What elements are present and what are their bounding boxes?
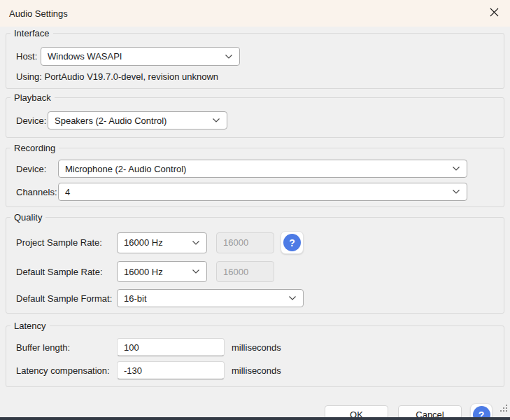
default-sample-rate-select[interactable]: 16000 Hz: [117, 261, 207, 282]
close-button[interactable]: [478, 0, 510, 27]
recording-device-select[interactable]: Microphone (2- Audio Control): [58, 160, 467, 178]
chevron-down-icon: [192, 240, 200, 246]
audio-settings-dialog: Audio Settings Interface Host: Windows W…: [0, 0, 510, 420]
playback-device-select[interactable]: Speakers (2- Audio Control): [48, 111, 227, 130]
quality-group-label: Quality: [10, 212, 45, 223]
host-selected-value: Windows WASAPI: [48, 51, 220, 62]
latency-compensation-unit: milliseconds: [232, 365, 281, 376]
portaudio-version-text: Using: PortAudio V19.7.0-devel, revision…: [10, 71, 495, 82]
latency-compensation-label: Latency compensation:: [10, 365, 117, 376]
host-label: Host:: [10, 51, 41, 62]
help-icon: ?: [283, 234, 301, 251]
help-icon: ?: [473, 406, 490, 420]
default-sample-rate-other-field: 16000: [216, 261, 274, 282]
default-sample-format-label: Default Sample Format:: [10, 293, 117, 304]
recording-channels-row: Channels: 4: [10, 183, 495, 201]
buffer-length-unit: milliseconds: [232, 342, 281, 353]
host-row: Host: Windows WASAPI: [10, 47, 495, 66]
window-title: Audio Settings: [0, 8, 478, 19]
recording-group-label: Recording: [10, 143, 59, 154]
project-sample-rate-help-button[interactable]: ?: [281, 231, 304, 254]
recording-channels-select[interactable]: 4: [58, 183, 467, 201]
playback-group-label: Playback: [10, 92, 55, 104]
default-sample-format-row: Default Sample Format: 16-bit: [10, 289, 495, 307]
chevron-down-icon: [225, 54, 233, 59]
chevron-down-icon: [212, 118, 220, 123]
default-sample-rate-row: Default Sample Rate: 16000 Hz 16000: [10, 261, 495, 282]
chevron-down-icon: [452, 166, 460, 172]
buffer-length-label: Buffer length:: [10, 342, 117, 353]
project-sample-rate-other-field: 16000: [216, 232, 274, 253]
project-sample-rate-row: Project Sample Rate: 16000 Hz 16000 ?: [10, 231, 495, 254]
interface-group-label: Interface: [10, 28, 53, 39]
footer: OK Cancel ?: [6, 403, 493, 420]
latency-compensation-row: Latency compensation: milliseconds: [10, 361, 495, 379]
quality-group: Quality Project Sample Rate: 16000 Hz 16…: [6, 217, 504, 314]
buffer-length-input[interactable]: [117, 338, 225, 356]
recording-channels-label: Channels:: [10, 187, 58, 197]
latency-group-label: Latency: [10, 321, 50, 332]
recording-device-value: Microphone (2- Audio Control): [65, 164, 448, 174]
chevron-down-icon: [288, 295, 297, 301]
project-sample-rate-label: Project Sample Rate:: [10, 237, 117, 248]
close-icon: [490, 8, 499, 19]
host-select[interactable]: Windows WASAPI: [41, 47, 240, 66]
recording-group: Recording Device: Microphone (2- Audio C…: [6, 148, 504, 207]
recording-device-label: Device:: [10, 164, 58, 174]
latency-group: Latency Buffer length: milliseconds Late…: [6, 326, 504, 387]
titlebar: Audio Settings: [0, 0, 510, 27]
playback-device-value: Speakers (2- Audio Control): [55, 115, 208, 126]
playback-device-row: Device: Speakers (2- Audio Control): [10, 111, 495, 130]
latency-compensation-input[interactable]: [117, 361, 225, 379]
playback-device-label: Device:: [10, 115, 48, 126]
project-sample-rate-select[interactable]: 16000 Hz: [117, 232, 207, 253]
default-sample-rate-label: Default Sample Rate:: [10, 267, 117, 277]
playback-group: Playback Device: Speakers (2- Audio Cont…: [6, 97, 504, 138]
default-sample-format-value: 16-bit: [124, 293, 284, 304]
recording-device-row: Device: Microphone (2- Audio Control): [10, 160, 495, 178]
resize-grip-icon[interactable]: [499, 403, 508, 416]
chevron-down-icon: [192, 269, 200, 274]
dialog-help-button[interactable]: ?: [470, 403, 493, 420]
default-sample-format-select[interactable]: 16-bit: [117, 289, 304, 307]
interface-group: Interface Host: Windows WASAPI Using: Po…: [6, 33, 504, 89]
chevron-down-icon: [452, 189, 460, 195]
project-sample-rate-value: 16000 Hz: [124, 237, 187, 248]
recording-channels-value: 4: [65, 187, 448, 197]
buffer-length-row: Buffer length: milliseconds: [10, 338, 495, 356]
cancel-button[interactable]: Cancel: [398, 405, 462, 420]
default-sample-rate-value: 16000 Hz: [124, 267, 187, 277]
dialog-body: Interface Host: Windows WASAPI Using: Po…: [0, 33, 510, 420]
ok-button[interactable]: OK: [325, 405, 388, 420]
